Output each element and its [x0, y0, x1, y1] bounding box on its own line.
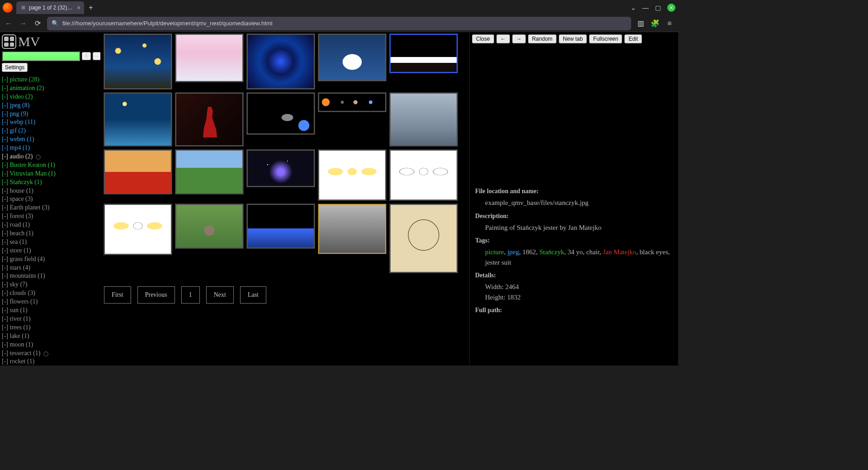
thumbnail[interactable] [390, 150, 458, 200]
detail-prev-button[interactable]: ← [496, 34, 510, 43]
tag-row[interactable]: [-] png (9) [2, 110, 99, 119]
tag-row[interactable]: [-] Vitruvian Man (1) [2, 170, 99, 178]
browser-toolbar: ← → ⟳ 🔍 ▥ 🧩 ≡ [0, 15, 678, 32]
thumbnail[interactable] [318, 150, 386, 200]
tag-row[interactable]: [-] jpeg (8) [2, 101, 99, 110]
window-maximize-icon[interactable]: ▢ [655, 4, 661, 11]
tag-row[interactable]: [-] animation (2) [2, 84, 99, 93]
tag-row[interactable]: [-] beach (1) [2, 229, 99, 238]
thumbnail[interactable] [390, 204, 458, 273]
thumbnail[interactable] [318, 93, 386, 112]
tab-dropdown-icon[interactable]: ⌄ [631, 4, 636, 11]
search-collapse-button[interactable]: – [93, 52, 100, 60]
url-bar[interactable]: 🔍 [47, 17, 631, 30]
tag-row[interactable]: [-] trees (1) [2, 323, 99, 332]
details-label: Details: [475, 272, 673, 279]
thumbnail[interactable] [175, 204, 243, 248]
thumbnail[interactable] [175, 93, 243, 146]
tag-row[interactable]: [-] moon (1) [2, 341, 99, 349]
search-input[interactable] [2, 51, 80, 61]
search-clear-button[interactable]: X [82, 52, 91, 60]
pager-next-button[interactable]: Next [206, 286, 234, 304]
thumbnail[interactable] [318, 34, 386, 81]
tags-value: picture, jpeg, 1862, Stańczyk, 34 yo, ch… [485, 247, 673, 267]
tag-row[interactable]: [-] clouds (3) [2, 289, 99, 298]
tag-row[interactable]: [-] sun (1) [2, 306, 99, 315]
tag-row[interactable]: [-] flowers (1) [2, 298, 99, 306]
extensions-icon[interactable]: 🧩 [650, 19, 660, 28]
fullpath-label: Full path: [475, 307, 673, 314]
detail-image[interactable] [470, 32, 678, 180]
tag-row[interactable]: [-] Earth planet (3) [2, 204, 99, 212]
pager-first-button[interactable]: First [104, 286, 131, 304]
thumbnail[interactable] [247, 150, 315, 187]
tag-row[interactable]: [-] space (3) [2, 195, 99, 204]
settings-button[interactable]: Settings [2, 63, 28, 72]
tag-row[interactable]: [-] road (1) [2, 221, 99, 229]
tag-row[interactable]: [-] picture (28) [2, 76, 99, 84]
tag-row[interactable]: [-] Stańczyk (1) [2, 178, 99, 187]
main-content: First Previous 1 Next Last [100, 32, 469, 366]
tag-row[interactable]: [-] store (1) [2, 247, 99, 255]
tag-row[interactable]: [-] mountains (1) [2, 272, 99, 280]
pager-previous-button[interactable]: Previous [137, 286, 175, 304]
tag-list: [-] picture (28)[-] animation (2)[-] vid… [2, 76, 99, 366]
url-input[interactable] [62, 20, 627, 27]
detail-random-button[interactable]: Random [528, 34, 557, 43]
tab-close-icon[interactable]: × [77, 4, 80, 11]
nav-reload-icon[interactable]: ⟳ [33, 19, 42, 28]
browser-titlebar: ⊞ page 1 of 2 (32) | QuoMedi… × + ⌄ — ▢ … [0, 0, 678, 15]
tag-row[interactable]: [-] forest (3) [2, 212, 99, 221]
tag-row[interactable]: [-] video (2) [2, 93, 99, 101]
thumbnail[interactable] [175, 150, 243, 194]
tag-row[interactable]: [-] audio (2) ◯ [2, 152, 99, 161]
thumbnail[interactable] [175, 34, 243, 82]
detail-close-button[interactable]: Close [472, 34, 494, 43]
tag-row[interactable]: [-] house (1) [2, 187, 99, 195]
window-close-icon[interactable]: × [667, 4, 675, 12]
tag-row[interactable]: [-] webm (1) [2, 135, 99, 144]
tag-row[interactable]: [-] mp4 (1) [2, 144, 99, 152]
thumbnail[interactable] [247, 93, 315, 134]
tag-row[interactable]: [-] stars (4) [2, 264, 99, 272]
thumbnail[interactable] [390, 93, 458, 146]
thumbnail[interactable] [390, 34, 458, 73]
hamburger-menu-icon[interactable]: ≡ [665, 19, 675, 28]
logo-icon [2, 34, 16, 49]
thumbnail[interactable] [104, 150, 172, 194]
sidebar-toggle-icon[interactable]: ▥ [636, 19, 646, 28]
sidebar: MV X – Settings [-] picture (28)[-] anim… [0, 32, 100, 366]
tags-label: Tags: [475, 237, 673, 244]
detail-newtab-button[interactable]: New tab [559, 34, 587, 43]
new-tab-button[interactable]: + [89, 4, 93, 12]
thumbnail[interactable] [104, 204, 172, 255]
tab-title: page 1 of 2 (32) | QuoMedi… [29, 5, 74, 11]
tag-row[interactable]: [-] webp (11) [2, 118, 99, 127]
tag-row[interactable]: [-] sea (1) [2, 238, 99, 247]
thumbnail[interactable] [318, 204, 386, 254]
pager: First Previous 1 Next Last [104, 286, 466, 304]
tag-row[interactable]: [-] river (1) [2, 315, 99, 323]
app-logo: MV [2, 34, 99, 49]
browser-tab[interactable]: ⊞ page 1 of 2 (32) | QuoMedi… × [16, 1, 84, 14]
tag-row[interactable]: [-] tesseract (1) ◯ [2, 349, 99, 358]
description-label: Description: [475, 213, 673, 220]
tag-row[interactable]: [-] sky (7) [2, 280, 99, 289]
thumbnail[interactable] [247, 34, 315, 89]
thumbnail-grid [104, 34, 466, 273]
tag-row[interactable]: [-] gif (2) [2, 127, 99, 135]
thumbnail[interactable] [104, 93, 172, 146]
window-minimize-icon[interactable]: — [642, 4, 649, 11]
thumbnail[interactable] [104, 34, 172, 89]
detail-next-button[interactable]: → [512, 34, 526, 43]
thumbnail[interactable] [247, 204, 315, 248]
pager-page-button[interactable]: 1 [181, 286, 200, 304]
nav-back-icon[interactable]: ← [4, 19, 14, 28]
pager-last-button[interactable]: Last [240, 286, 266, 304]
detail-fullscreen-button[interactable]: Fullscreen [589, 34, 622, 43]
tag-row[interactable]: [-] rocket (1) [2, 357, 99, 366]
tag-row[interactable]: [-] Buster Keaton (1) [2, 161, 99, 170]
detail-edit-button[interactable]: Edit [624, 34, 642, 43]
tag-row[interactable]: [-] grass field (4) [2, 255, 99, 264]
tag-row[interactable]: [-] lake (1) [2, 332, 99, 341]
